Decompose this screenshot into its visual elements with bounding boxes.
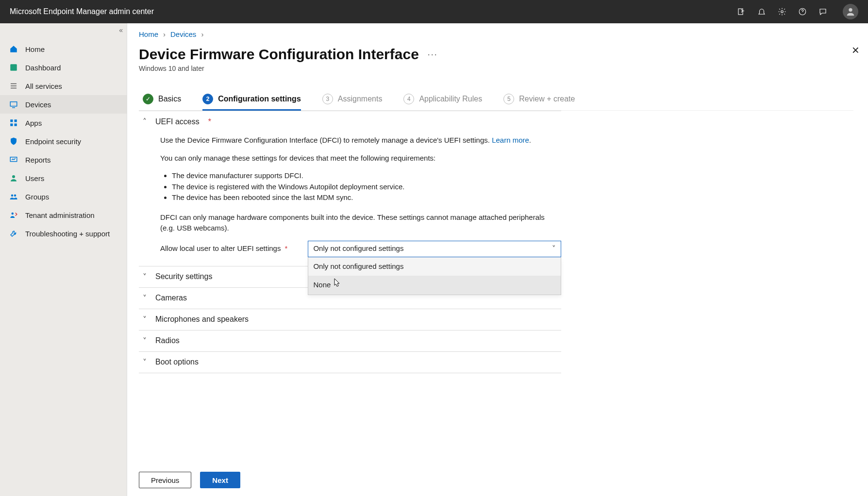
sidebar-item-groups[interactable]: Groups: [0, 187, 127, 206]
footer: Previous Next: [127, 465, 868, 496]
section-header[interactable]: ˅Radios: [139, 331, 561, 351]
groups-icon: [9, 192, 18, 201]
avatar[interactable]: [843, 4, 858, 19]
reports-icon: [9, 155, 18, 165]
svg-point-12: [11, 195, 14, 197]
svg-rect-8: [10, 124, 13, 126]
sidebar-item-label: Apps: [25, 119, 42, 127]
upload-icon[interactable]: [737, 7, 746, 16]
section-body-uefi: Use the Device Firmware Configuration In…: [139, 132, 561, 266]
list-icon: [9, 81, 18, 91]
sidebar-item-devices[interactable]: Devices: [0, 95, 127, 114]
app-title: Microsoft Endpoint Manager admin center: [10, 7, 154, 16]
main: Home › Devices › Device Firmware Configu…: [127, 23, 868, 496]
close-blade-button[interactable]: ×: [852, 43, 859, 58]
field-label: Allow local user to alter UEFI settings …: [160, 243, 287, 254]
section-title: Cameras: [155, 294, 187, 302]
svg-point-14: [12, 213, 14, 215]
sidebar-item-endpoint-security[interactable]: Endpoint security: [0, 132, 127, 150]
dropdown-option[interactable]: None: [308, 276, 561, 295]
sidebar-item-all-services[interactable]: All services: [0, 77, 127, 95]
gear-icon[interactable]: [778, 7, 786, 16]
chevron-up-icon: ˄: [141, 117, 149, 126]
wizard-step-basics[interactable]: ✓Basics: [143, 94, 181, 110]
next-button[interactable]: Next: [200, 472, 240, 488]
section-boot-options: ˅Boot options: [139, 352, 561, 373]
svg-rect-6: [10, 119, 13, 122]
required-indicator: *: [283, 244, 287, 252]
learn-more-link[interactable]: Learn more: [492, 136, 529, 144]
list-item: The device is registered with the Window…: [172, 182, 561, 193]
dropdown-option[interactable]: Only not configured settings: [308, 257, 561, 276]
sidebar-item-label: Troubleshooting + support: [25, 230, 110, 238]
sidebar-item-users[interactable]: Users: [0, 169, 127, 187]
previous-button[interactable]: Previous: [139, 472, 191, 488]
sidebar-item-label: Home: [25, 45, 45, 53]
wizard-step-configuration-settings[interactable]: 2Configuration settings: [202, 94, 301, 111]
wizard-step-applicability-rules[interactable]: 4Applicability Rules: [403, 94, 482, 110]
step-number-icon: 5: [503, 94, 514, 104]
cursor-icon: [334, 278, 341, 287]
dropdown-button[interactable]: Only not configured settings ˅: [308, 241, 561, 257]
chevron-down-icon: ˅: [141, 315, 149, 324]
requirements-list: The device manufacturer supports DFCI. T…: [160, 170, 561, 203]
uefi-settings-select: Only not configured settings ˅ Only not …: [308, 241, 561, 257]
section-title: Boot options: [155, 358, 199, 366]
sidebar-item-reports[interactable]: Reports: [0, 150, 127, 169]
chat-icon[interactable]: [818, 7, 827, 16]
svg-point-3: [849, 8, 852, 12]
selected-value: Only not configured settings: [313, 243, 403, 254]
list-item: The device manufacturer supports DFCI.: [172, 170, 561, 182]
collapse-sidebar-button[interactable]: «: [119, 26, 123, 34]
sidebar-item-tenant-administration[interactable]: Tenant administration: [0, 206, 127, 224]
security-icon: [9, 136, 18, 146]
breadcrumb-devices[interactable]: Devices: [170, 30, 196, 38]
step-label: Review + create: [519, 95, 575, 103]
svg-rect-7: [15, 119, 17, 122]
topbar-right: [737, 4, 858, 19]
tenant-icon: [9, 210, 18, 220]
section-header[interactable]: ˅Microphones and speakers: [139, 309, 561, 330]
sidebar-item-label: Users: [25, 174, 44, 182]
bell-icon[interactable]: [757, 7, 766, 16]
sidebar-item-label: Endpoint security: [25, 137, 81, 146]
step-number-icon: ✓: [143, 94, 153, 104]
sidebar-item-label: All services: [25, 82, 62, 90]
step-label: Assignments: [338, 95, 383, 103]
wizard-step-review-create[interactable]: 5Review + create: [503, 94, 575, 110]
svg-rect-4: [10, 64, 17, 71]
sidebar-item-label: Groups: [25, 193, 49, 201]
dropdown-list: Only not configured settings None: [308, 257, 561, 295]
svg-point-13: [14, 195, 17, 197]
svg-rect-5: [10, 102, 17, 106]
home-icon: [9, 44, 18, 54]
topbar: Microsoft Endpoint Manager admin center: [0, 0, 868, 23]
breadcrumb-home[interactable]: Home: [139, 30, 158, 38]
section-title: UEFI access: [155, 117, 200, 126]
sidebar-item-label: Devices: [25, 100, 51, 109]
peripheral-note: DFCI can only manage hardware components…: [160, 212, 561, 234]
chevron-down-icon: ˅: [141, 336, 149, 346]
section-title: Security settings: [155, 272, 212, 281]
troubleshoot-icon: [9, 229, 18, 238]
sidebar-item-apps[interactable]: Apps: [0, 114, 127, 132]
sidebar: « HomeDashboardAll servicesDevicesAppsEn…: [0, 23, 127, 496]
page-header: Device Firmware Configuration Interface …: [139, 46, 853, 63]
section-header-uefi[interactable]: ˄ UEFI access*: [139, 111, 561, 132]
breadcrumb: Home › Devices ›: [139, 30, 853, 38]
step-label: Applicability Rules: [419, 95, 482, 103]
requirements-lead: You can only manage these settings for d…: [160, 153, 561, 164]
step-label: Basics: [158, 95, 181, 103]
help-icon[interactable]: [798, 7, 807, 16]
more-actions-button[interactable]: ···: [428, 50, 438, 60]
svg-rect-9: [15, 124, 17, 126]
section-header[interactable]: ˅Boot options: [139, 352, 561, 373]
chevron-down-icon: ˅: [141, 358, 149, 367]
sidebar-item-troubleshooting-support[interactable]: Troubleshooting + support: [0, 224, 127, 243]
sidebar-item-dashboard[interactable]: Dashboard: [0, 58, 127, 77]
svg-point-11: [12, 175, 15, 178]
intro-text: Use the Device Firmware Configuration In…: [160, 135, 561, 146]
wizard-step-assignments[interactable]: 3Assignments: [322, 94, 383, 110]
sidebar-item-home[interactable]: Home: [0, 40, 127, 58]
step-number-icon: 2: [202, 94, 213, 104]
